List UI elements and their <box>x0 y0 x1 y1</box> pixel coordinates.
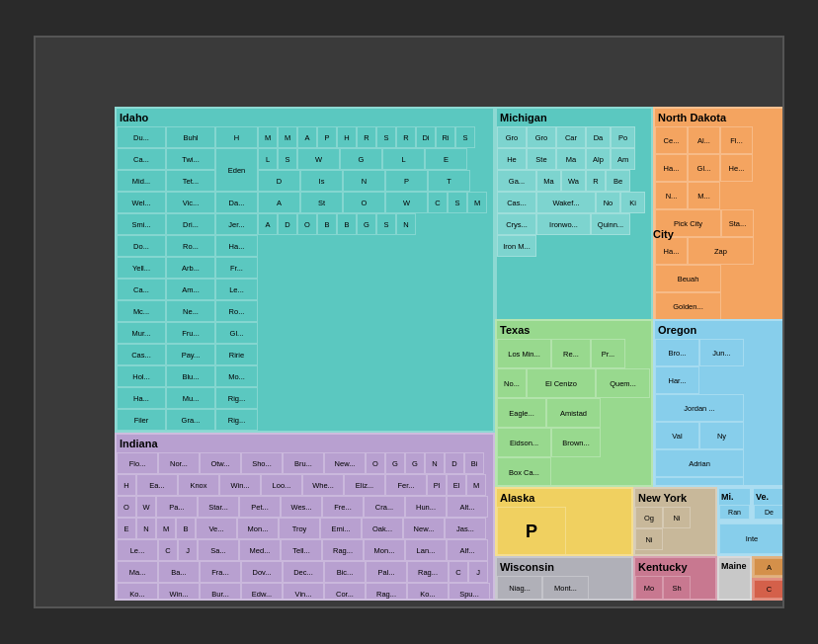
cell: Re... <box>551 339 591 368</box>
cell: New... <box>403 518 445 539</box>
cell: D <box>258 170 300 192</box>
region-ve: Ve. De <box>752 487 784 522</box>
cell: B <box>337 213 357 235</box>
cell: Ma <box>556 148 586 170</box>
cell: No... <box>497 368 527 398</box>
region-wisconsin: Wisconsin Niag... Mont... Hurley <box>495 556 633 601</box>
cell: Crys... <box>497 213 536 235</box>
cell: Pet... <box>239 496 281 518</box>
cell: He <box>497 148 527 170</box>
cell: G <box>357 213 376 235</box>
mi-label: Mi. <box>721 492 734 502</box>
cell: A <box>258 213 278 235</box>
cell: C <box>158 539 178 561</box>
cell: N... <box>655 182 688 209</box>
cell: Ki <box>620 192 645 213</box>
cell: No <box>596 192 620 213</box>
cell: M <box>466 474 486 496</box>
cell: Jun... <box>699 339 744 366</box>
cell: Cas... <box>497 192 536 213</box>
cell: Rag... <box>322 539 364 561</box>
cell: Mid... <box>117 170 166 192</box>
cell: R <box>586 170 606 192</box>
cell: Mon... <box>237 518 279 539</box>
cell: Emi... <box>320 518 362 539</box>
cell: Is <box>300 170 343 192</box>
cell: Ko... <box>117 583 158 601</box>
cell: Ma... <box>117 561 158 583</box>
cell: Sho... <box>241 452 283 474</box>
cell: Mo... <box>215 365 258 387</box>
cell: Iron M... <box>497 235 536 257</box>
region-oregon: Oregon Bro... Jun... Har... Jordan ... V… <box>653 319 784 487</box>
cell: Alt... <box>447 496 488 518</box>
cell: M <box>278 126 297 148</box>
cell: Pal... <box>366 561 407 583</box>
cell: Twi... <box>166 148 215 170</box>
region-a: A <box>752 556 784 578</box>
cell: Ma <box>536 170 561 192</box>
cell: Amistad <box>546 398 601 428</box>
cell: He... <box>720 154 753 182</box>
cell: M <box>467 192 487 213</box>
cell: Buhl <box>166 126 215 148</box>
cell: Har... <box>655 366 699 394</box>
cell: Fra... <box>200 561 241 583</box>
cell: Mont... <box>542 576 589 601</box>
cell: Bru... <box>283 452 324 474</box>
region-alaska: Alaska P <box>495 487 633 556</box>
cell: W <box>297 148 340 170</box>
cell: Ce... <box>655 126 688 154</box>
cell: Car <box>556 126 586 148</box>
cell: Cra... <box>364 496 405 518</box>
cell: Arb... <box>166 257 215 279</box>
cell: Ea... <box>136 474 178 496</box>
cell: Fru... <box>166 322 215 344</box>
cell: N <box>343 170 385 192</box>
cell: E <box>425 148 467 170</box>
oregon-label: Oregon <box>658 324 696 336</box>
cell: S <box>376 126 396 148</box>
cell: J <box>468 561 488 583</box>
idaho-label: Idaho <box>120 112 148 123</box>
cell: Wes... <box>281 496 322 518</box>
cell: Bi <box>464 452 484 474</box>
cell: Bur... <box>200 583 241 601</box>
cell: Oak... <box>362 518 403 539</box>
cell: Ro... <box>215 300 258 322</box>
cell: Loo... <box>261 474 302 496</box>
cell: Ba... <box>158 561 200 583</box>
cell: R <box>357 126 376 148</box>
cell: Cor... <box>324 583 366 601</box>
cell: Ro... <box>166 235 215 257</box>
cell: Knox <box>178 474 219 496</box>
cell: Lan... <box>405 539 447 561</box>
cell: A <box>754 558 784 576</box>
cell: Do... <box>117 235 166 257</box>
cell: B <box>317 213 337 235</box>
cell: P <box>497 507 566 556</box>
cell: Rig... <box>215 409 258 431</box>
region-newyork: New York Og Ni Ni <box>633 487 717 556</box>
cell: Rig... <box>215 387 258 409</box>
cell: Adrian <box>655 449 744 477</box>
cell: Inte <box>719 523 784 554</box>
cell: Hun... <box>405 496 447 518</box>
cell: D <box>445 452 464 474</box>
cell: Cas... <box>117 344 166 365</box>
cell: Tet... <box>166 170 215 192</box>
cell: Pa... <box>156 496 198 518</box>
cell: Jer... <box>215 213 258 235</box>
cell: G <box>405 452 425 474</box>
cell: C <box>754 580 784 599</box>
cell: G <box>385 452 405 474</box>
region-kentucky: Kentucky Mo Sh Gh <box>633 556 717 601</box>
cell: W <box>136 496 156 518</box>
cell: Rag... <box>366 583 407 601</box>
treemap-container: Idaho Du... Ca... Mid... Wel... Smi... D… <box>34 36 784 608</box>
cell: C <box>428 192 448 213</box>
michigan-label: Michigan <box>500 112 547 123</box>
cell: Ririe <box>215 344 258 365</box>
region-indiana: Indiana Flo... Nor... Otw... Sho... Bru.… <box>115 433 495 601</box>
cell: Edw... <box>241 583 283 601</box>
